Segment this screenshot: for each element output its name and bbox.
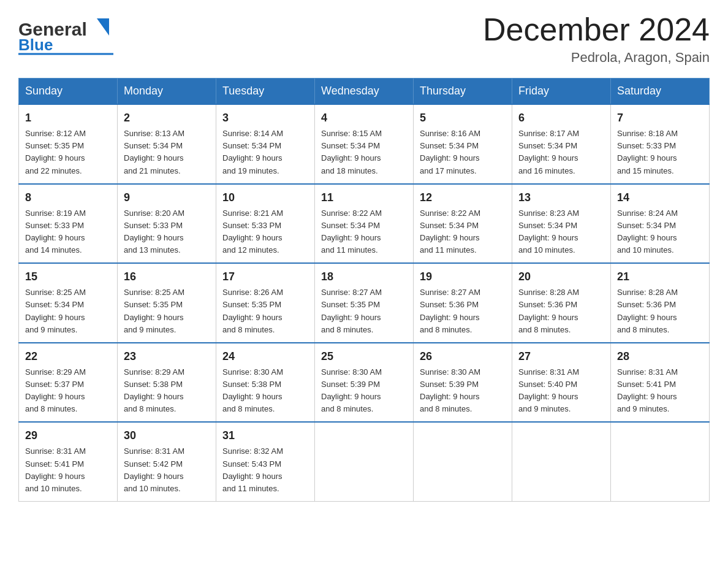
day-info: Sunrise: 8:22 AMSunset: 5:34 PMDaylight:…: [321, 207, 407, 257]
day-info: Sunrise: 8:29 AMSunset: 5:38 PMDaylight:…: [124, 366, 210, 416]
calendar-cell: 14Sunrise: 8:24 AMSunset: 5:34 PMDayligh…: [611, 184, 710, 264]
day-number: 9: [124, 190, 210, 206]
calendar-cell: 8Sunrise: 8:19 AMSunset: 5:33 PMDaylight…: [19, 184, 118, 264]
day-number: 12: [420, 190, 506, 206]
day-info: Sunrise: 8:21 AMSunset: 5:33 PMDaylight:…: [222, 207, 308, 257]
day-info: Sunrise: 8:16 AMSunset: 5:34 PMDaylight:…: [420, 128, 506, 177]
calendar-week-5: 29Sunrise: 8:31 AMSunset: 5:41 PMDayligh…: [19, 422, 710, 501]
calendar-week-3: 15Sunrise: 8:25 AMSunset: 5:34 PMDayligh…: [19, 263, 710, 343]
calendar-week-2: 8Sunrise: 8:19 AMSunset: 5:33 PMDaylight…: [19, 184, 710, 264]
calendar-cell: 28Sunrise: 8:31 AMSunset: 5:41 PMDayligh…: [611, 343, 710, 423]
header-monday: Monday: [118, 79, 216, 105]
calendar-cell: 18Sunrise: 8:27 AMSunset: 5:35 PMDayligh…: [315, 263, 414, 343]
calendar-cell: 25Sunrise: 8:30 AMSunset: 5:39 PMDayligh…: [315, 343, 414, 423]
calendar-cell: 29Sunrise: 8:31 AMSunset: 5:41 PMDayligh…: [19, 422, 118, 501]
day-info: Sunrise: 8:12 AMSunset: 5:35 PMDaylight:…: [25, 128, 111, 177]
day-number: 29: [25, 427, 111, 444]
day-number: 5: [420, 110, 506, 126]
day-number: 20: [518, 269, 604, 285]
day-info: Sunrise: 8:28 AMSunset: 5:36 PMDaylight:…: [518, 286, 604, 336]
header-thursday: Thursday: [414, 79, 512, 105]
svg-marker-1: [97, 18, 109, 36]
calendar-cell: 5Sunrise: 8:16 AMSunset: 5:34 PMDaylight…: [414, 104, 512, 184]
calendar-cell: 6Sunrise: 8:17 AMSunset: 5:34 PMDaylight…: [512, 104, 611, 184]
day-info: Sunrise: 8:25 AMSunset: 5:35 PMDaylight:…: [124, 286, 210, 336]
calendar-cell: 9Sunrise: 8:20 AMSunset: 5:33 PMDaylight…: [118, 184, 216, 264]
title-block: December 2024 Pedrola, Aragon, Spain: [483, 12, 710, 66]
day-info: Sunrise: 8:27 AMSunset: 5:35 PMDaylight:…: [321, 286, 407, 336]
day-info: Sunrise: 8:23 AMSunset: 5:34 PMDaylight:…: [518, 207, 604, 257]
day-info: Sunrise: 8:32 AMSunset: 5:43 PMDaylight:…: [222, 445, 308, 495]
day-info: Sunrise: 8:30 AMSunset: 5:39 PMDaylight:…: [420, 366, 506, 416]
day-number: 13: [518, 190, 604, 206]
day-info: Sunrise: 8:25 AMSunset: 5:34 PMDaylight:…: [25, 286, 111, 336]
header-friday: Friday: [512, 79, 611, 105]
page-header: General Blue December 2024 Pedrola, Arag…: [18, 12, 710, 66]
day-number: 10: [222, 190, 308, 206]
calendar-cell: 24Sunrise: 8:30 AMSunset: 5:38 PMDayligh…: [216, 343, 315, 423]
calendar-cell: 1Sunrise: 8:12 AMSunset: 5:35 PMDaylight…: [19, 104, 118, 184]
day-number: 19: [420, 269, 506, 285]
calendar-cell: 10Sunrise: 8:21 AMSunset: 5:33 PMDayligh…: [216, 184, 315, 264]
header-sunday: Sunday: [19, 79, 118, 105]
header-saturday: Saturday: [611, 79, 710, 105]
day-info: Sunrise: 8:27 AMSunset: 5:36 PMDaylight:…: [420, 286, 506, 336]
day-info: Sunrise: 8:31 AMSunset: 5:41 PMDaylight:…: [25, 445, 111, 495]
calendar-cell: 22Sunrise: 8:29 AMSunset: 5:37 PMDayligh…: [19, 343, 118, 423]
calendar-cell: 21Sunrise: 8:28 AMSunset: 5:36 PMDayligh…: [611, 263, 710, 343]
day-number: 2: [124, 110, 210, 126]
header-wednesday: Wednesday: [315, 79, 414, 105]
day-info: Sunrise: 8:20 AMSunset: 5:33 PMDaylight:…: [124, 207, 210, 257]
day-number: 7: [617, 110, 703, 126]
calendar-cell: 11Sunrise: 8:22 AMSunset: 5:34 PMDayligh…: [315, 184, 414, 264]
calendar-cell: 15Sunrise: 8:25 AMSunset: 5:34 PMDayligh…: [19, 263, 118, 343]
day-info: Sunrise: 8:30 AMSunset: 5:39 PMDaylight:…: [321, 366, 407, 416]
svg-text:Blue: Blue: [18, 36, 53, 54]
day-info: Sunrise: 8:30 AMSunset: 5:38 PMDaylight:…: [222, 366, 308, 416]
calendar-table: SundayMondayTuesdayWednesdayThursdayFrid…: [18, 78, 710, 502]
day-number: 3: [222, 110, 308, 126]
day-number: 15: [25, 269, 111, 285]
day-number: 14: [617, 190, 703, 206]
day-number: 31: [222, 427, 308, 444]
day-info: Sunrise: 8:31 AMSunset: 5:42 PMDaylight:…: [124, 445, 210, 495]
calendar-cell: 3Sunrise: 8:14 AMSunset: 5:34 PMDaylight…: [216, 104, 315, 184]
day-number: 17: [222, 269, 308, 285]
day-info: Sunrise: 8:31 AMSunset: 5:41 PMDaylight:…: [617, 366, 703, 416]
day-info: Sunrise: 8:18 AMSunset: 5:33 PMDaylight:…: [617, 128, 703, 177]
day-number: 25: [321, 348, 407, 365]
calendar-cell: 2Sunrise: 8:13 AMSunset: 5:34 PMDaylight…: [118, 104, 216, 184]
calendar-cell: 13Sunrise: 8:23 AMSunset: 5:34 PMDayligh…: [512, 184, 611, 264]
day-info: Sunrise: 8:31 AMSunset: 5:40 PMDaylight:…: [518, 366, 604, 416]
day-number: 22: [25, 348, 111, 365]
day-info: Sunrise: 8:13 AMSunset: 5:34 PMDaylight:…: [124, 128, 210, 177]
calendar-cell: [315, 422, 414, 501]
calendar-header-row: SundayMondayTuesdayWednesdayThursdayFrid…: [19, 79, 710, 105]
day-number: 11: [321, 190, 407, 206]
calendar-cell: 30Sunrise: 8:31 AMSunset: 5:42 PMDayligh…: [118, 422, 216, 501]
day-info: Sunrise: 8:26 AMSunset: 5:35 PMDaylight:…: [222, 286, 308, 336]
calendar-cell: 4Sunrise: 8:15 AMSunset: 5:34 PMDaylight…: [315, 104, 414, 184]
calendar-cell: 12Sunrise: 8:22 AMSunset: 5:34 PMDayligh…: [414, 184, 512, 264]
day-number: 30: [124, 427, 210, 444]
day-number: 24: [222, 348, 308, 365]
day-number: 16: [124, 269, 210, 285]
calendar-cell: 7Sunrise: 8:18 AMSunset: 5:33 PMDaylight…: [611, 104, 710, 184]
day-info: Sunrise: 8:24 AMSunset: 5:34 PMDaylight:…: [617, 207, 703, 257]
day-number: 21: [617, 269, 703, 285]
month-title: December 2024: [483, 12, 710, 47]
day-number: 8: [25, 190, 111, 206]
day-info: Sunrise: 8:29 AMSunset: 5:37 PMDaylight:…: [25, 366, 111, 416]
day-info: Sunrise: 8:17 AMSunset: 5:34 PMDaylight:…: [518, 128, 604, 177]
calendar-cell: [414, 422, 512, 501]
day-info: Sunrise: 8:28 AMSunset: 5:36 PMDaylight:…: [617, 286, 703, 336]
day-info: Sunrise: 8:15 AMSunset: 5:34 PMDaylight:…: [321, 128, 407, 177]
day-number: 28: [617, 348, 703, 365]
header-tuesday: Tuesday: [216, 79, 315, 105]
day-number: 4: [321, 110, 407, 126]
day-number: 27: [518, 348, 604, 365]
day-number: 1: [25, 110, 111, 126]
calendar-cell: [611, 422, 710, 501]
calendar-week-1: 1Sunrise: 8:12 AMSunset: 5:35 PMDaylight…: [19, 104, 710, 184]
logo-image: General Blue: [18, 12, 116, 55]
